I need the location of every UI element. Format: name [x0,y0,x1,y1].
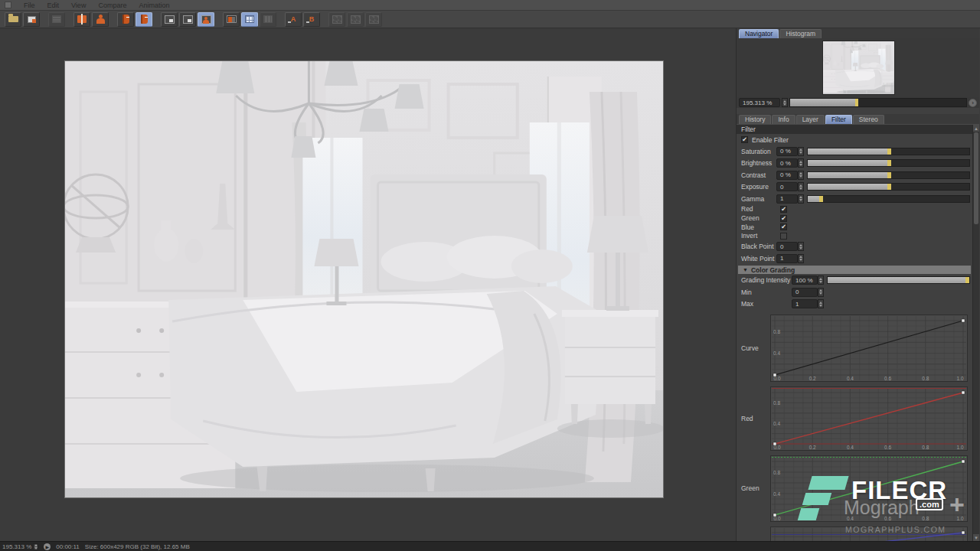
param-stepper[interactable] [798,158,804,168]
scroll-down-icon[interactable]: ▼ [973,534,979,541]
slider-handle[interactable] [819,196,823,202]
param-value-field[interactable]: 0 % [776,147,798,156]
param-slider[interactable] [807,148,970,155]
curve-editor-green[interactable]: 0.00.20.40.60.81.00.80.4 [770,455,968,522]
param-stepper[interactable] [818,288,824,297]
stereo-both-button[interactable] [365,12,382,27]
blue-checkbox[interactable]: ✔ [780,223,787,230]
image-viewer[interactable] [0,28,737,541]
curve-editor-red[interactable]: 0.00.20.40.60.81.00.80.4 [770,386,968,451]
tab-stereo[interactable]: Stereo [853,115,884,124]
color-grading-header[interactable]: ▼Color Grading [738,266,971,274]
curve-editor-blue[interactable]: 0.00.20.40.60.81.0 [770,527,968,541]
image-owner-button[interactable] [198,12,214,27]
image-b-button[interactable] [179,12,196,27]
menu-edit[interactable]: Edit [41,2,66,9]
navigator-thumbnail[interactable] [823,41,894,94]
dual-view-button[interactable] [136,12,152,27]
invert-checkbox[interactable] [780,233,787,240]
param-value-field[interactable]: 0 % [776,171,798,180]
tab-histogram[interactable]: Histogram [779,29,822,38]
menu-file[interactable]: File [18,2,41,9]
set-version-a-button[interactable]: A [285,12,302,27]
param-label: Max [741,300,792,308]
scrollbar-thumb[interactable] [974,132,978,224]
param-value-field[interactable]: 1 [776,254,798,263]
param-value-field[interactable]: 0 [776,182,798,191]
tab-layer[interactable]: Layer [796,115,825,124]
svg-text:0.2: 0.2 [809,445,816,450]
param-stepper[interactable] [818,276,824,285]
enable-filter-checkbox[interactable]: ✔ [741,136,748,143]
svg-text:0.4: 0.4 [847,516,854,521]
stereo-left-button[interactable] [328,12,345,27]
frame-range-button[interactable] [48,12,65,27]
channel-label: Invert [741,232,776,240]
set-version-b-button[interactable]: B [303,12,320,27]
svg-text:1.0: 1.0 [956,445,963,450]
status-time: 00:00:11 [56,543,80,550]
tab-navigator[interactable]: Navigator [739,29,779,38]
param-value-field[interactable]: 0 [792,288,818,297]
single-view-button[interactable] [117,12,134,27]
app-icon [5,2,11,8]
move-tool-button[interactable] [74,12,90,27]
scroll-up-icon[interactable]: ▲ [973,125,979,132]
exposure-row: Exposure0 [737,181,972,194]
tab-info[interactable]: Info [772,115,795,124]
slider-handle[interactable] [887,184,891,190]
param-slider[interactable] [827,276,970,284]
param-slider[interactable] [807,195,970,203]
param-label: Exposure [741,183,776,191]
green-checkbox[interactable]: ✔ [780,215,787,222]
slider-handle[interactable] [887,148,891,155]
letter-icon: A [291,15,296,23]
channel-row-green: Green✔ [737,214,972,223]
zoom-stepper[interactable] [782,98,788,107]
panel-scrollbar[interactable]: ▲ ▼ [972,125,979,541]
param-value-field[interactable]: 0 [776,242,798,251]
red-checkbox[interactable]: ✔ [780,206,787,213]
svg-text:0.8: 0.8 [922,516,929,521]
param-slider[interactable] [807,159,970,167]
image-a-button[interactable] [161,12,178,27]
zoom-options-button[interactable]: › [969,99,977,107]
channels-button[interactable] [260,12,276,27]
slider-handle[interactable] [887,172,891,178]
param-stepper[interactable] [798,254,804,263]
zoom-value-field[interactable]: 195.313 % [739,98,780,107]
param-stepper[interactable] [798,242,804,251]
menu-compare[interactable]: Compare [92,2,132,9]
slider-handle[interactable] [887,160,891,166]
render-scene-button[interactable] [92,12,109,27]
status-zoom-value[interactable]: 195.313 % [2,543,31,550]
param-slider[interactable] [807,171,970,179]
param-value-field[interactable]: 100 % [792,276,818,285]
param-value-field[interactable]: 0 % [776,158,798,168]
stereo-right-button[interactable] [347,12,364,27]
status-zoom-stepper[interactable] [33,543,38,550]
param-stepper[interactable] [798,147,804,156]
menu-animation[interactable]: Animation [132,2,175,9]
play-icon[interactable]: ▶ [44,543,51,550]
param-value-field[interactable]: 1 [776,194,798,204]
param-stepper[interactable] [798,194,804,204]
channel-row-red: Red✔ [737,205,972,214]
param-stepper[interactable] [798,171,804,180]
rendered-image[interactable] [65,61,663,497]
slider-handle[interactable] [965,277,969,283]
fullframe-button[interactable] [241,12,258,27]
param-stepper[interactable] [818,299,824,308]
param-slider[interactable] [807,183,970,191]
menu-view[interactable]: View [65,2,92,9]
svg-text:0.2: 0.2 [809,516,816,521]
open-file-button[interactable] [5,12,21,27]
tab-history[interactable]: History [739,115,771,124]
save-image-button[interactable] [23,12,40,27]
tab-filter[interactable]: Filter [825,115,852,124]
param-value-field[interactable]: 1 [792,299,818,308]
zoom-slider[interactable] [789,98,967,107]
curve-editor-curve[interactable]: 0.00.20.40.60.81.00.80.4 [770,315,968,382]
compare-ab-button[interactable] [223,12,240,27]
param-stepper[interactable] [798,182,804,191]
